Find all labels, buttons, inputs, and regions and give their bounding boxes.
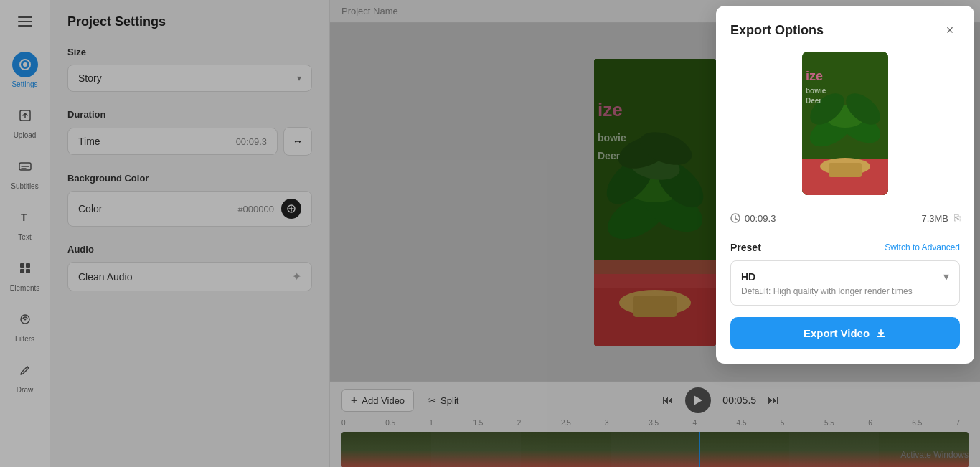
- audio-field[interactable]: Clean Audio ✦: [67, 262, 312, 291]
- sidebar-item-upload[interactable]: Upload: [0, 97, 50, 145]
- split-label: Split: [440, 395, 458, 406]
- sidebar-elements-label: Elements: [10, 284, 40, 292]
- export-thumbnail: ize bowie Deer: [802, 52, 888, 195]
- timeline-playback: ⏮ 00:05.5 ⏭: [473, 387, 969, 413]
- copy-icon: ⎘: [954, 212, 960, 224]
- sidebar-text-label: Text: [18, 233, 31, 241]
- duration-field-label: Time: [78, 136, 100, 147]
- audio-section: Audio Clean Audio ✦: [67, 244, 312, 291]
- export-filesize: 7.3MB: [921, 213, 948, 224]
- svg-text:Deer: Deer: [806, 97, 821, 105]
- sidebar-settings-label: Settings: [11, 80, 37, 88]
- split-icon: ✂: [428, 395, 436, 406]
- svg-rect-0: [18, 16, 32, 18]
- preset-name: HD: [741, 271, 755, 283]
- color-picker-button[interactable]: [281, 199, 301, 219]
- sidebar-item-elements[interactable]: Elements: [0, 250, 50, 298]
- background-color-section: Background Color Color #000000: [67, 173, 312, 227]
- export-modal: Export Options × ize bowie Deer: [716, 6, 974, 364]
- sidebar: Settings Upload Subtitles T Text: [0, 0, 50, 467]
- duration-row: Time 00:09.3 ↔: [67, 127, 312, 156]
- timeline-controls: + Add Video ✂ Split ⏮ 00:05.5 ⏭: [330, 382, 980, 419]
- size-section: Size Story ▾: [67, 47, 312, 92]
- settings-panel: Project Settings Size Story ▾ Duration T…: [50, 0, 330, 467]
- export-duration: 00:09.3: [730, 213, 776, 224]
- preset-header: Preset + Switch to Advanced: [730, 242, 960, 253]
- sidebar-subtitles-label: Subtitles: [11, 182, 38, 190]
- sidebar-upload-label: Upload: [14, 131, 37, 139]
- svg-rect-19: [633, 296, 677, 317]
- svg-text:ize: ize: [806, 69, 823, 83]
- sidebar-filters-label: Filters: [15, 335, 34, 343]
- audio-value: Clean Audio: [78, 271, 133, 283]
- size-value: Story: [78, 72, 102, 84]
- preset-select[interactable]: HD ▾ Default: High quality with longer r…: [730, 260, 960, 306]
- forward-button[interactable]: ⏭: [768, 394, 779, 407]
- duration-label: Duration: [67, 109, 312, 120]
- sidebar-item-draw[interactable]: Draw: [0, 352, 50, 400]
- modal-title: Export Options: [730, 23, 824, 38]
- svg-point-13: [24, 319, 26, 321]
- video-preview: ize bowie Deer: [594, 59, 716, 346]
- svg-rect-28: [594, 260, 716, 274]
- modal-header: Export Options ×: [730, 20, 960, 40]
- sidebar-item-text[interactable]: T Text: [0, 199, 50, 247]
- rewind-button[interactable]: ⏮: [662, 394, 674, 407]
- svg-rect-9: [26, 263, 30, 268]
- add-video-label: Add Video: [362, 395, 405, 406]
- activate-windows-text: Activate Windows: [900, 450, 969, 460]
- timeline-track[interactable]: ▼: [341, 432, 969, 467]
- sidebar-item-settings[interactable]: Settings: [0, 46, 50, 94]
- export-btn-label: Export Video: [804, 327, 870, 339]
- chevron-down-icon: ▾: [297, 73, 301, 83]
- sidebar-item-subtitles[interactable]: Subtitles: [0, 148, 50, 196]
- preset-select-top: HD ▾: [741, 270, 949, 283]
- svg-text:bowie: bowie: [598, 132, 626, 143]
- timecode: 00:05.5: [722, 395, 756, 406]
- svg-text:T: T: [21, 212, 27, 223]
- export-duration-value: 00:09.3: [745, 213, 776, 224]
- timeline: + Add Video ✂ Split ⏮ 00:05.5 ⏭ 0 0.5 1 …: [330, 381, 980, 467]
- export-video-button[interactable]: Export Video: [730, 317, 960, 349]
- color-field-label: Color: [78, 203, 102, 214]
- svg-rect-11: [26, 269, 30, 273]
- sidebar-draw-label: Draw: [17, 386, 33, 394]
- preset-section: Preset + Switch to Advanced HD ▾ Default…: [730, 242, 960, 306]
- duration-field[interactable]: Time 00:09.3: [67, 128, 278, 155]
- switch-advanced-link[interactable]: + Switch to Advanced: [877, 242, 960, 253]
- svg-rect-10: [20, 269, 24, 273]
- svg-text:Deer: Deer: [598, 150, 621, 161]
- color-field[interactable]: Color #000000: [67, 191, 312, 227]
- settings-title: Project Settings: [67, 14, 312, 29]
- svg-rect-1: [18, 21, 32, 22]
- split-button[interactable]: ✂ Split: [423, 391, 464, 410]
- play-button[interactable]: [685, 387, 711, 413]
- chevron-down-icon: ▾: [943, 270, 949, 283]
- plus-icon: +: [351, 394, 357, 407]
- size-select[interactable]: Story ▾: [67, 65, 312, 92]
- add-video-button[interactable]: + Add Video: [341, 389, 414, 412]
- export-meta: 00:09.3 7.3MB ⎘: [730, 207, 960, 230]
- background-color-label: Background Color: [67, 173, 312, 184]
- sidebar-item-filters[interactable]: Filters: [0, 301, 50, 349]
- svg-rect-8: [20, 263, 24, 268]
- preset-label: Preset: [730, 242, 761, 253]
- sparkle-icon: ✦: [292, 270, 301, 283]
- size-label: Size: [67, 47, 312, 57]
- color-right: #000000: [237, 199, 301, 219]
- menu-icon[interactable]: [12, 9, 38, 34]
- duration-arrows-button[interactable]: ↔: [283, 127, 312, 156]
- audio-label: Audio: [67, 244, 312, 255]
- color-hex-value: #000000: [237, 204, 274, 214]
- svg-marker-32: [694, 395, 702, 405]
- svg-point-4: [23, 62, 27, 67]
- preset-description: Default: High quality with longer render…: [741, 286, 949, 296]
- svg-rect-36: [829, 163, 862, 177]
- duration-section: Duration Time 00:09.3 ↔: [67, 109, 312, 156]
- modal-close-button[interactable]: ×: [940, 20, 960, 40]
- svg-rect-2: [18, 25, 32, 27]
- duration-value: 00:09.3: [236, 136, 267, 147]
- project-name: Project Name: [341, 6, 398, 16]
- svg-text:bowie: bowie: [806, 87, 826, 95]
- svg-text:ize: ize: [598, 99, 623, 121]
